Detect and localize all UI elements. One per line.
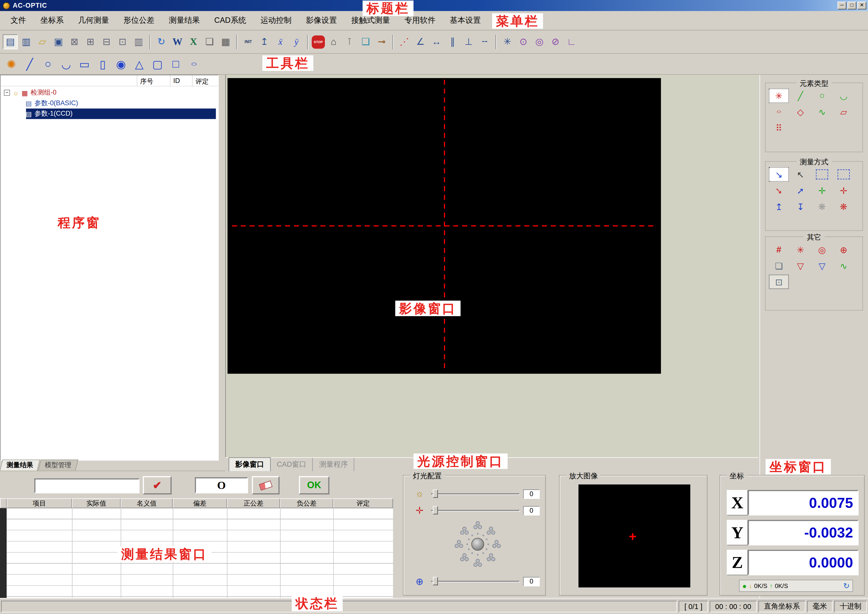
elem-circle-icon[interactable]: ○ <box>812 89 832 103</box>
construct-circles-icon[interactable]: ◎ <box>532 34 547 49</box>
erase-button[interactable] <box>252 476 280 494</box>
meas-boxmove-icon[interactable] <box>837 169 850 179</box>
meas-point-up-icon[interactable]: ➚ <box>790 183 811 197</box>
geo-ellipse-icon[interactable]: ○ <box>185 59 202 69</box>
menu-image-settings[interactable]: 影像设置 <box>299 13 344 28</box>
print-preview-icon[interactable]: ❏ <box>202 34 217 49</box>
elem-polygon-icon[interactable]: ◇ <box>790 105 811 119</box>
other-grid-icon[interactable]: # <box>769 242 789 257</box>
word-export-icon[interactable]: W <box>170 34 185 49</box>
meas-cursor-icon[interactable]: ↖ <box>790 167 811 182</box>
meas-cross-green-icon[interactable]: ✛ <box>812 183 832 197</box>
elem-point-icon[interactable]: ✳ <box>769 89 789 103</box>
ok-button[interactable]: OK <box>299 476 329 494</box>
meas-arrow-down-icon[interactable]: ↧ <box>790 199 811 214</box>
y-coordinate-icon[interactable]: ÿ <box>289 34 304 49</box>
window-paste-icon[interactable]: ⊟ <box>99 34 114 49</box>
ring-light-icon[interactable] <box>450 520 505 569</box>
axis-x-label[interactable]: X <box>727 490 748 516</box>
machine-control-icon[interactable]: ⊺ <box>342 34 357 49</box>
elem-ellipse-icon[interactable]: ○ <box>769 107 789 116</box>
construct-tangent-icon[interactable]: ⊙ <box>516 34 531 49</box>
magnified-image[interactable]: + <box>578 485 690 588</box>
measure-angle-icon[interactable]: ∠ <box>413 34 428 49</box>
open-file-icon[interactable]: ▱ <box>35 34 50 49</box>
menu-coord-system[interactable]: 坐标系 <box>33 13 71 28</box>
status-unit[interactable]: 毫米 <box>807 600 832 612</box>
stop-button[interactable]: STOP <box>312 35 325 48</box>
other-star-icon[interactable]: ✳ <box>790 242 811 257</box>
measure-distance-icon[interactable]: ↔ <box>429 34 444 49</box>
elem-plane-icon[interactable]: ▱ <box>834 105 854 119</box>
other-sort-red-icon[interactable]: ▽ <box>790 258 811 273</box>
meas-auto-icon[interactable]: ❋ <box>812 199 832 214</box>
measure-dashline-icon[interactable]: ╌ <box>477 34 492 49</box>
print-icon[interactable]: ▦ <box>218 34 233 49</box>
other-coordbox-icon[interactable]: ⊡ <box>769 275 789 289</box>
elem-pointcloud-icon[interactable]: ⠿ <box>769 121 789 135</box>
menu-cad-system[interactable]: CAD系统 <box>207 13 253 28</box>
minimize-button[interactable]: ─ <box>837 2 846 9</box>
meas-auto-red-icon[interactable]: ❋ <box>834 199 854 214</box>
refresh-icon[interactable]: ↻ <box>843 581 850 590</box>
geo-cylinder-icon[interactable]: ▯ <box>94 56 111 72</box>
geo-arc-icon[interactable]: ◡ <box>57 56 75 72</box>
meas-cross-red-icon[interactable]: ✛ <box>834 183 854 197</box>
meas-arrow-up-icon[interactable]: ↥ <box>769 199 789 214</box>
geo-sphere-icon[interactable]: ◉ <box>112 56 129 72</box>
result-name-input[interactable] <box>34 478 140 493</box>
menu-motion-control[interactable]: 运动控制 <box>253 13 299 28</box>
elem-curve-icon[interactable]: ∿ <box>812 105 832 119</box>
menu-form-tolerance[interactable]: 形位公差 <box>116 13 161 28</box>
menu-geometry-measure[interactable]: 几何测量 <box>71 13 116 28</box>
geo-slot-icon[interactable]: ▢ <box>149 56 166 72</box>
elem-line-icon[interactable]: ╱ <box>790 89 811 103</box>
coaxial-light-slider[interactable] <box>431 505 520 516</box>
elem-arc-icon[interactable]: ◡ <box>834 89 854 103</box>
tree-item-group[interactable]: − ☼ ▦ 检测组-0 <box>0 87 217 98</box>
copy-pages-icon[interactable]: ▥ <box>131 34 146 49</box>
confirm-button[interactable]: ✔ <box>143 476 172 494</box>
goto-origin-icon[interactable]: ↥ <box>257 34 272 49</box>
surface-light-slider[interactable] <box>431 488 520 499</box>
tree-item-param1[interactable]: ▤ 参数-1(CCD) <box>0 109 217 119</box>
probe-icon[interactable]: ⊸ <box>374 34 389 49</box>
measure-perpendicular-icon[interactable]: ⊥ <box>461 34 476 49</box>
tree-item-param0[interactable]: ▤ 参数-0(BASIC) <box>0 98 217 109</box>
tab-measure-results[interactable]: 测量结果 <box>0 460 40 471</box>
other-sort-blue-icon[interactable]: ▽ <box>812 258 832 273</box>
construct-point-icon[interactable]: ✳ <box>500 34 515 49</box>
web-update-icon[interactable]: ↻ <box>154 34 169 49</box>
menu-measure-results[interactable]: 测量结果 <box>161 13 207 28</box>
tree-expand-icon[interactable]: − <box>4 90 10 96</box>
geo-cone-icon[interactable]: △ <box>131 56 148 72</box>
program-open-icon[interactable]: ▥ <box>19 34 34 49</box>
status-numeral[interactable]: 十进制 <box>834 600 867 612</box>
measure-parallel-icon[interactable]: ∥ <box>445 34 460 49</box>
geo-rect-icon[interactable]: □ <box>167 56 184 72</box>
camera-image[interactable] <box>227 78 661 374</box>
geo-plane-icon[interactable]: ▭ <box>76 56 93 72</box>
tab-image-window[interactable]: 影像窗口 <box>229 457 271 472</box>
construct-perpfoot-icon[interactable]: ∟ <box>564 34 579 49</box>
menu-file[interactable]: 文件 <box>3 13 33 28</box>
other-circleplus-icon[interactable]: ⊕ <box>834 242 854 257</box>
axis-z-label[interactable]: Z <box>727 550 748 575</box>
geo-point-icon[interactable]: ✺ <box>3 56 20 72</box>
window-cascade-icon[interactable]: ⊡ <box>115 34 130 49</box>
meas-point-down-icon[interactable]: ➘ <box>769 183 789 197</box>
close-button[interactable]: ✕ <box>857 2 866 9</box>
meas-manual-icon[interactable]: ↘ <box>769 167 789 182</box>
save-as-icon[interactable]: ⊠ <box>67 34 82 49</box>
geo-circle-icon[interactable]: ○ <box>39 56 56 72</box>
measure-points-icon[interactable]: ⋰ <box>397 34 412 49</box>
program-new-icon[interactable]: ▤ <box>3 34 17 49</box>
geo-line-icon[interactable]: ╱ <box>21 56 38 72</box>
meas-boxselect-icon[interactable] <box>816 169 828 179</box>
tab-measure-program[interactable]: 测量程序 <box>313 458 355 471</box>
status-coordsys[interactable]: 直角坐标系 <box>758 600 805 612</box>
init-machine-icon[interactable]: INIT <box>241 34 256 49</box>
tab-model-manage[interactable]: 模型管理 <box>38 460 78 471</box>
save-file-icon[interactable]: ▣ <box>51 34 66 49</box>
home-position-icon[interactable]: ⌂ <box>326 34 341 49</box>
